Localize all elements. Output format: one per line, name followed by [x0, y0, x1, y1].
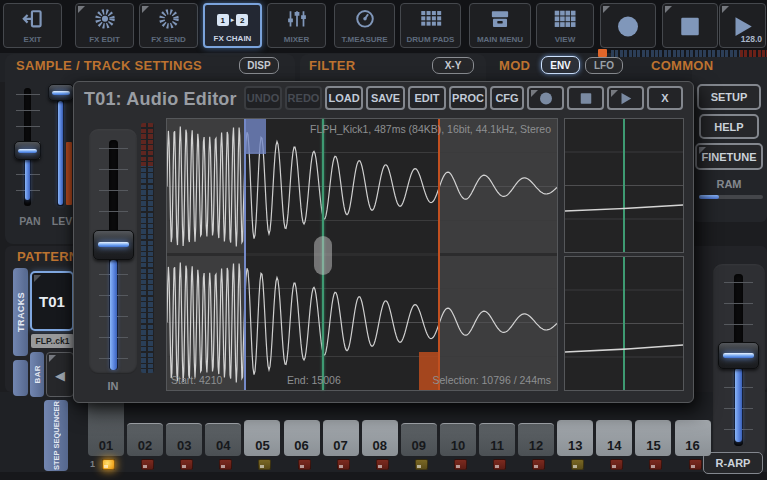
step-button-04[interactable]: 04 [205, 423, 241, 456]
pan-fader-knob[interactable] [14, 141, 41, 160]
step-button-13[interactable]: 13 [557, 420, 593, 456]
play-button[interactable]: 128.0 [719, 3, 766, 48]
mixer-button[interactable]: MIXER [267, 3, 326, 48]
input-level-meter [141, 123, 154, 373]
in-fader-fill [110, 260, 117, 370]
toolbar-button-label: DRUM PADS [401, 35, 460, 44]
stop-button[interactable] [662, 3, 718, 48]
save-button[interactable]: SAVE [366, 86, 405, 110]
step-button-07[interactable]: 07 [323, 420, 359, 456]
track-pad-t01[interactable]: T01 [30, 271, 74, 331]
step-led-06 [298, 459, 311, 470]
toolbar-button-label: MAIN MENU [470, 35, 530, 44]
finetune-button[interactable]: FINETUNE [695, 143, 763, 170]
record-button[interactable] [600, 3, 656, 48]
close-button[interactable]: X [647, 86, 683, 110]
sample-track-settings-header: SAMPLE / TRACK SETTINGS [16, 58, 202, 73]
g-stomper-screen: EXITFX EDITFX SEND1▸2FX CHAINMIXERT.MEAS… [0, 0, 767, 480]
stop-button[interactable] [567, 86, 604, 110]
redo-button: REDO [285, 86, 322, 110]
step-button-16[interactable]: 16 [675, 420, 711, 456]
exit-button[interactable]: EXIT [3, 3, 62, 48]
r-arp-button[interactable]: R-ARP [703, 452, 763, 474]
lfo-tab[interactable]: LFO [585, 57, 623, 74]
fx-edit-button[interactable]: FX EDIT [75, 3, 134, 48]
fx-chain-button[interactable]: 1▸2FX CHAIN [203, 3, 262, 48]
meter-blue-zone [141, 166, 154, 373]
level-fader-fill [58, 101, 63, 205]
step-button-11[interactable]: 11 [479, 423, 515, 456]
step-led-15 [649, 459, 662, 470]
toolbar-button-label: T.MEASURE [335, 35, 394, 44]
waveform-panel[interactable]: FLPH_Kick1, 487ms (84KB), 16bit, 44.1kHz… [166, 118, 558, 391]
zoom-view-left-channel[interactable] [564, 118, 684, 253]
drum-pads-button[interactable]: DRUM PADS [400, 3, 461, 48]
env-tab[interactable]: ENV [541, 56, 580, 74]
bar-prev-button[interactable]: ◀ [46, 352, 74, 397]
disp-button[interactable]: DISP [239, 57, 279, 74]
step-button-03[interactable]: 03 [166, 423, 202, 456]
view-button[interactable]: VIEW [536, 3, 594, 48]
ram-label: RAM [697, 178, 761, 190]
common-header: COMMON [651, 58, 713, 73]
step-button-09[interactable]: 09 [401, 423, 437, 456]
playhead-grabber[interactable] [314, 236, 332, 275]
in-fader-knob[interactable] [93, 230, 134, 260]
step-button-05[interactable]: 05 [244, 420, 280, 456]
t-measure-button[interactable]: T.MEASURE [334, 3, 395, 48]
dialog-button-label: EDIT [414, 92, 439, 104]
step-led-13 [571, 459, 584, 470]
step-led-12 [532, 459, 545, 470]
dialog-button-label: SAVE [371, 92, 400, 104]
play-triangle-icon [617, 91, 635, 106]
step-led-07 [337, 459, 350, 470]
step-button-08[interactable]: 08 [362, 420, 398, 456]
step-number: 15 [635, 438, 671, 453]
tracks-tab[interactable]: TRACKS [13, 268, 28, 356]
load-button[interactable]: LOAD [325, 86, 363, 110]
play-button[interactable] [607, 86, 644, 110]
step-button-12[interactable]: 12 [518, 423, 554, 456]
dialog-button-label: PROC [452, 92, 484, 104]
step-sequencer-tab[interactable]: STEP SEQUENCER [44, 400, 68, 471]
track-pad-label: T01 [32, 293, 72, 310]
selection-start-marker[interactable] [244, 119, 246, 390]
pattern-tickstrip-red [740, 50, 767, 57]
bar-tab: BAR [30, 352, 44, 397]
fx-radial-dot-icon [76, 7, 133, 31]
step-number: 01 [88, 438, 124, 453]
zoom-view-right-channel[interactable] [564, 256, 684, 391]
step-number: 08 [362, 438, 398, 453]
dialog-button-label: CFG [495, 92, 518, 104]
right-fader-knob[interactable] [718, 342, 759, 369]
selection-start-handle[interactable] [245, 119, 266, 154]
selection-end-marker[interactable] [438, 119, 440, 390]
step-led-14 [610, 459, 623, 470]
step-led-02 [141, 459, 154, 470]
help-button[interactable]: HELP [699, 114, 759, 139]
pattern-set-tab[interactable] [13, 360, 28, 396]
level-fader-knob[interactable] [48, 84, 74, 101]
setup-button[interactable]: SETUP [697, 84, 761, 110]
step-button-01[interactable]: 01 [88, 398, 124, 456]
step-number: 09 [401, 438, 437, 453]
xy-button[interactable]: X-Y [432, 57, 474, 74]
step-button-06[interactable]: 06 [284, 420, 320, 456]
step-button-14[interactable]: 14 [596, 420, 632, 456]
fx-send-button[interactable]: FX SEND [139, 3, 198, 48]
bpm-value: 128.0 [741, 34, 762, 44]
proc-button[interactable]: PROC [449, 86, 487, 110]
step-led-01 [102, 459, 115, 470]
step-button-02[interactable]: 02 [127, 423, 163, 456]
record-circle-icon [601, 12, 655, 40]
audio-editor-dialog: T01: Audio Editor UNDOREDOLOADSAVEEDITPR… [73, 81, 694, 403]
step-button-15[interactable]: 15 [635, 420, 671, 456]
selection-end-text: End: 15006 [287, 374, 341, 386]
meter-red-zone [141, 123, 154, 166]
pattern-header: PATTERN [17, 249, 79, 264]
edit-button[interactable]: EDIT [408, 86, 446, 110]
record-button[interactable] [527, 86, 564, 110]
main-menu-button[interactable]: MAIN MENU [469, 3, 531, 48]
step-button-10[interactable]: 10 [440, 423, 476, 456]
cfg-button[interactable]: CFG [490, 86, 524, 110]
